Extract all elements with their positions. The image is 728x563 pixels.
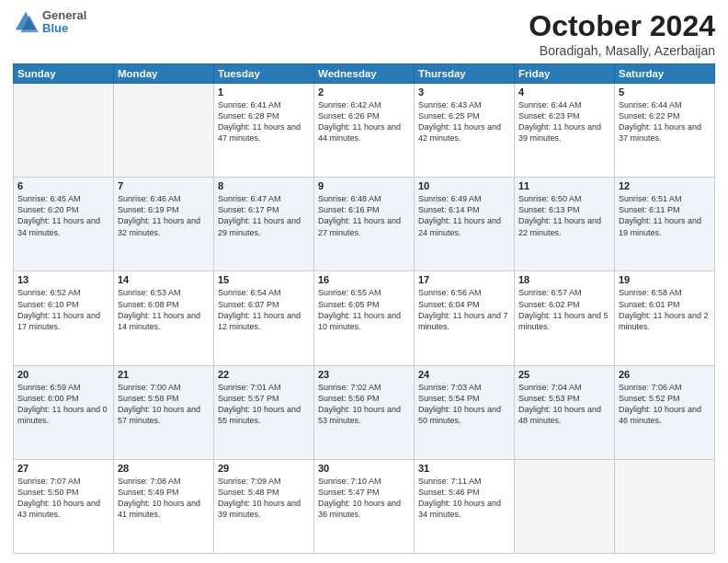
day-number: 30 <box>318 463 410 474</box>
day-number: 12 <box>619 180 711 191</box>
calendar-cell: 13Sunrise: 6:52 AMSunset: 6:10 PMDayligh… <box>14 271 114 365</box>
day-number: 5 <box>619 86 711 98</box>
calendar-cell: 31Sunrise: 7:11 AMSunset: 5:46 PMDayligh… <box>415 459 515 553</box>
calendar-cell: 23Sunrise: 7:02 AMSunset: 5:56 PMDayligh… <box>314 365 415 459</box>
day-number: 22 <box>218 369 310 380</box>
month-title: October 2024 <box>529 9 715 43</box>
page: General Blue October 2024 Boradigah, Mas… <box>0 0 728 563</box>
day-number: 29 <box>218 463 310 474</box>
calendar-cell: 9Sunrise: 6:48 AMSunset: 6:16 PMDaylight… <box>314 178 415 271</box>
cell-details: Sunrise: 7:11 AMSunset: 5:46 PMDaylight:… <box>418 476 510 521</box>
cell-details: Sunrise: 6:55 AMSunset: 6:05 PMDaylight:… <box>318 287 410 332</box>
calendar-cell: 5Sunrise: 6:44 AMSunset: 6:22 PMDaylight… <box>615 84 715 178</box>
day-number: 25 <box>518 369 610 380</box>
col-header-tuesday: Tuesday <box>214 64 314 84</box>
week-row-1: 1Sunrise: 6:41 AMSunset: 6:28 PMDaylight… <box>14 84 715 178</box>
col-header-monday: Monday <box>114 64 214 84</box>
cell-details: Sunrise: 7:06 AMSunset: 5:52 PMDaylight:… <box>619 382 711 427</box>
logo: General Blue <box>13 9 86 36</box>
cell-details: Sunrise: 7:02 AMSunset: 5:56 PMDaylight:… <box>318 382 410 427</box>
cell-details: Sunrise: 6:49 AMSunset: 6:14 PMDaylight:… <box>418 193 510 238</box>
cell-details: Sunrise: 6:56 AMSunset: 6:04 PMDaylight:… <box>418 287 510 332</box>
col-header-sunday: Sunday <box>14 64 114 84</box>
cell-details: Sunrise: 6:41 AMSunset: 6:28 PMDaylight:… <box>218 99 310 144</box>
calendar-cell: 21Sunrise: 7:00 AMSunset: 5:58 PMDayligh… <box>114 365 214 459</box>
day-number: 31 <box>418 463 510 474</box>
week-row-4: 20Sunrise: 6:59 AMSunset: 6:00 PMDayligh… <box>14 365 715 459</box>
cell-details: Sunrise: 7:03 AMSunset: 5:54 PMDaylight:… <box>418 382 510 427</box>
cell-details: Sunrise: 7:00 AMSunset: 5:58 PMDaylight:… <box>118 382 210 427</box>
cell-details: Sunrise: 6:51 AMSunset: 6:11 PMDaylight:… <box>619 193 711 238</box>
day-number: 19 <box>619 274 711 285</box>
day-number: 26 <box>619 369 711 380</box>
calendar-cell: 20Sunrise: 6:59 AMSunset: 6:00 PMDayligh… <box>14 365 114 459</box>
calendar-cell: 22Sunrise: 7:01 AMSunset: 5:57 PMDayligh… <box>214 365 314 459</box>
calendar-cell: 12Sunrise: 6:51 AMSunset: 6:11 PMDayligh… <box>615 178 715 271</box>
day-number: 3 <box>418 86 510 98</box>
cell-details: Sunrise: 6:46 AMSunset: 6:19 PMDaylight:… <box>118 193 210 238</box>
day-number: 10 <box>418 180 510 191</box>
calendar-cell: 19Sunrise: 6:58 AMSunset: 6:01 PMDayligh… <box>615 271 715 365</box>
calendar-table: SundayMondayTuesdayWednesdayThursdayFrid… <box>13 63 715 554</box>
calendar-cell: 11Sunrise: 6:50 AMSunset: 6:13 PMDayligh… <box>515 178 615 271</box>
cell-details: Sunrise: 6:45 AMSunset: 6:20 PMDaylight:… <box>17 193 109 238</box>
calendar-cell: 28Sunrise: 7:08 AMSunset: 5:49 PMDayligh… <box>114 459 214 553</box>
location: Boradigah, Masally, Azerbaijan <box>529 43 715 58</box>
calendar-cell: 2Sunrise: 6:42 AMSunset: 6:26 PMDaylight… <box>314 84 415 178</box>
day-number: 13 <box>17 274 109 285</box>
calendar-cell: 17Sunrise: 6:56 AMSunset: 6:04 PMDayligh… <box>415 271 515 365</box>
calendar-cell <box>515 459 615 553</box>
calendar-cell: 18Sunrise: 6:57 AMSunset: 6:02 PMDayligh… <box>515 271 615 365</box>
cell-details: Sunrise: 7:10 AMSunset: 5:47 PMDaylight:… <box>318 476 410 521</box>
day-number: 8 <box>218 180 310 191</box>
header: General Blue October 2024 Boradigah, Mas… <box>13 9 715 58</box>
calendar-cell: 27Sunrise: 7:07 AMSunset: 5:50 PMDayligh… <box>14 459 114 553</box>
day-number: 20 <box>17 369 109 380</box>
day-number: 18 <box>518 274 610 285</box>
calendar-cell <box>114 84 214 178</box>
calendar-cell: 3Sunrise: 6:43 AMSunset: 6:25 PMDaylight… <box>415 84 515 178</box>
cell-details: Sunrise: 7:01 AMSunset: 5:57 PMDaylight:… <box>218 382 310 427</box>
cell-details: Sunrise: 6:59 AMSunset: 6:00 PMDaylight:… <box>17 382 109 427</box>
cell-details: Sunrise: 7:08 AMSunset: 5:49 PMDaylight:… <box>118 476 210 521</box>
day-number: 2 <box>318 86 410 98</box>
cell-details: Sunrise: 7:09 AMSunset: 5:48 PMDaylight:… <box>218 476 310 521</box>
calendar-cell: 15Sunrise: 6:54 AMSunset: 6:07 PMDayligh… <box>214 271 314 365</box>
cell-details: Sunrise: 6:43 AMSunset: 6:25 PMDaylight:… <box>418 99 510 144</box>
day-number: 28 <box>118 463 210 474</box>
calendar-cell: 4Sunrise: 6:44 AMSunset: 6:23 PMDaylight… <box>515 84 615 178</box>
calendar-cell: 14Sunrise: 6:53 AMSunset: 6:08 PMDayligh… <box>114 271 214 365</box>
day-number: 24 <box>418 369 510 380</box>
cell-details: Sunrise: 6:47 AMSunset: 6:17 PMDaylight:… <box>218 193 310 238</box>
logo-line2: Blue <box>42 22 86 35</box>
calendar-cell: 26Sunrise: 7:06 AMSunset: 5:52 PMDayligh… <box>615 365 715 459</box>
day-number: 27 <box>17 463 109 474</box>
day-number: 16 <box>318 274 410 285</box>
calendar-cell: 10Sunrise: 6:49 AMSunset: 6:14 PMDayligh… <box>415 178 515 271</box>
calendar-cell: 7Sunrise: 6:46 AMSunset: 6:19 PMDaylight… <box>114 178 214 271</box>
day-number: 6 <box>17 180 109 191</box>
day-number: 21 <box>118 369 210 380</box>
week-row-5: 27Sunrise: 7:07 AMSunset: 5:50 PMDayligh… <box>14 459 715 553</box>
cell-details: Sunrise: 7:07 AMSunset: 5:50 PMDaylight:… <box>17 476 109 521</box>
calendar-cell: 6Sunrise: 6:45 AMSunset: 6:20 PMDaylight… <box>14 178 114 271</box>
day-number: 23 <box>318 369 410 380</box>
col-header-wednesday: Wednesday <box>314 64 415 84</box>
col-header-thursday: Thursday <box>415 64 515 84</box>
logo-text: General Blue <box>42 9 86 36</box>
day-number: 14 <box>118 274 210 285</box>
calendar-cell: 1Sunrise: 6:41 AMSunset: 6:28 PMDaylight… <box>214 84 314 178</box>
calendar-cell <box>14 84 114 178</box>
cell-details: Sunrise: 6:44 AMSunset: 6:23 PMDaylight:… <box>518 99 610 144</box>
calendar-cell <box>615 459 715 553</box>
calendar-cell: 24Sunrise: 7:03 AMSunset: 5:54 PMDayligh… <box>415 365 515 459</box>
cell-details: Sunrise: 6:58 AMSunset: 6:01 PMDaylight:… <box>619 287 711 332</box>
cell-details: Sunrise: 6:57 AMSunset: 6:02 PMDaylight:… <box>518 287 610 332</box>
col-header-friday: Friday <box>515 64 615 84</box>
week-row-3: 13Sunrise: 6:52 AMSunset: 6:10 PMDayligh… <box>14 271 715 365</box>
calendar-cell: 25Sunrise: 7:04 AMSunset: 5:53 PMDayligh… <box>515 365 615 459</box>
day-number: 11 <box>518 180 610 191</box>
calendar-header-row: SundayMondayTuesdayWednesdayThursdayFrid… <box>14 64 715 84</box>
cell-details: Sunrise: 6:52 AMSunset: 6:10 PMDaylight:… <box>17 287 109 332</box>
week-row-2: 6Sunrise: 6:45 AMSunset: 6:20 PMDaylight… <box>14 178 715 271</box>
